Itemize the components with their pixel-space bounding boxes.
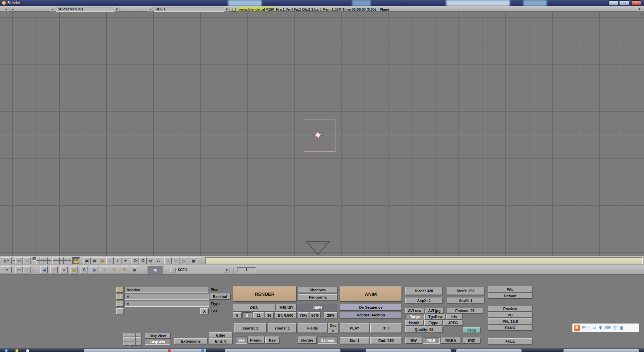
premul-button[interactable]: Premul [248, 337, 265, 344]
default-button[interactable]: Default [488, 293, 532, 299]
taskbar-app-icon[interactable] [201, 349, 204, 352]
render-preview-icon[interactable]: ▦ [190, 257, 197, 264]
realtime-buttons-icon[interactable]: ▫ [101, 266, 108, 273]
render-buttons-icon[interactable]: ▣ [148, 266, 163, 274]
home-icon[interactable]: ⌂ [23, 257, 31, 264]
backbuf-toggle-a[interactable] [116, 294, 120, 300]
xparts-field[interactable]: Xparts: 1 [234, 323, 266, 333]
scene-delete-button[interactable]: X [224, 7, 229, 12]
duplicate-icon[interactable]: ▤ [91, 257, 98, 264]
full-button[interactable]: FULL [488, 338, 532, 344]
osa-11-button[interactable]: 11 [253, 312, 264, 318]
pc-button[interactable]: PC [488, 312, 532, 318]
edit-buttons-icon[interactable]: ✎ [111, 266, 118, 273]
ime-logo-icon[interactable]: S [574, 325, 580, 331]
viewport-window-type-icon[interactable]: ⊞▾ [1, 257, 12, 264]
camera-object[interactable] [304, 239, 334, 257]
ime-toolbar[interactable]: S 中 ·, ☺ 🎙 ⌨ 👕 ▦ [572, 323, 639, 332]
lamp-buttons-icon[interactable]: ☀ [50, 266, 58, 273]
header-collapse-icon[interactable]: ◂▸ [11, 8, 14, 11]
bf-field[interactable]: Bf: 0.500 [275, 312, 297, 318]
taskbar-folder-icon[interactable] [26, 349, 29, 352]
ime-keyboard-icon[interactable]: ⌨ [605, 325, 610, 330]
preview-button[interactable]: Preview [488, 306, 532, 311]
rgb-button[interactable]: RGB [423, 338, 440, 344]
crop-button[interactable]: Crop [463, 327, 480, 333]
screen-delete-button[interactable]: X [114, 7, 119, 12]
home-icon[interactable]: ⌂ [23, 266, 31, 273]
osa-button[interactable]: OSA [233, 304, 275, 311]
taskbar-button[interactable] [225, 349, 340, 352]
taskbar-button[interactable] [456, 349, 522, 352]
taskbar-button[interactable] [564, 349, 639, 352]
sizex-field[interactable]: SizeX: 320 [405, 287, 443, 295]
snap-icon[interactable]: ⊕ [147, 257, 154, 264]
avi-raw-button[interactable]: AVI raw [405, 308, 424, 313]
render-daemon-button[interactable]: Render Daemon [340, 312, 402, 318]
edit-pencil-icon[interactable]: ✎ [172, 257, 179, 264]
render-button[interactable]: RENDER [233, 287, 297, 302]
size-50-button[interactable]: 50% [310, 312, 320, 318]
start-orb-icon[interactable] [5, 349, 8, 352]
menu-collapse-icon[interactable]: ◂▸ [13, 259, 15, 262]
taskbar-button[interactable] [84, 349, 206, 352]
pal-button[interactable]: PAL [488, 287, 532, 292]
area-merge-handle[interactable] [640, 13, 643, 16]
hamx-button[interactable]: HamX [405, 320, 423, 325]
cursor-3d[interactable] [314, 131, 322, 139]
help-icon[interactable]: ? [637, 7, 642, 12]
pics-path-field[interactable]: /render/ [124, 287, 208, 293]
odd-button[interactable]: Odd [328, 323, 338, 328]
frs-sec-field[interactable]: Frs/sec: 25 [447, 308, 483, 313]
scene-browse-button[interactable]: - [148, 7, 153, 12]
osa-16-button[interactable]: 16 [265, 312, 274, 318]
ftype-path-field[interactable]: // [124, 301, 209, 307]
play-button[interactable]: PLAY [340, 323, 369, 333]
shadows-button[interactable]: Shadows [298, 287, 337, 293]
backbuf-toggle-b[interactable] [120, 294, 124, 300]
yparts-field[interactable]: Yparts: 1 [268, 323, 297, 333]
fullscreen-icon[interactable]: ▭ [15, 266, 23, 273]
pics-toggle-button[interactable] [116, 287, 124, 293]
jpeg-button[interactable]: JPEG [443, 320, 463, 325]
ime-punctuation-icon[interactable]: ·, [588, 325, 590, 330]
ime-emoji-icon[interactable]: ☺ [592, 325, 596, 330]
lock-icon[interactable] [72, 257, 80, 264]
tgaraw-button[interactable]: TgaRaw [426, 314, 445, 319]
viewport-3d[interactable] [0, 12, 644, 256]
rgba-button[interactable]: RGBA [441, 338, 461, 344]
minimize-button[interactable]: – [608, 0, 619, 6]
aspx-field[interactable]: AspX: 1 [405, 298, 443, 303]
rotate-alt-icon[interactable]: Ω [139, 257, 147, 264]
screen-browse-button[interactable]: - [50, 7, 55, 12]
window-type-icon[interactable]: ⁞▾ [1, 7, 10, 12]
material-buttons-icon[interactable]: ● [60, 266, 68, 273]
layer-buttons-right[interactable] [52, 257, 71, 264]
gamma-button[interactable]: Gamma [318, 337, 337, 344]
iriz-button[interactable]: IRIZ [463, 338, 480, 344]
ftype-toggle-b[interactable] [120, 301, 124, 307]
header-scroll-strip[interactable] [205, 257, 643, 264]
taskbar-button[interactable] [366, 349, 451, 352]
ime-mic-icon[interactable]: 🎙 [599, 325, 603, 330]
backbuf-path-field[interactable]: // [124, 294, 209, 300]
rt-field[interactable]: rt: 0 [370, 323, 402, 333]
osa-8-button[interactable]: 8 [243, 312, 252, 318]
select-mode-icon[interactable]: ▣ [83, 257, 91, 264]
extensions-button[interactable]: Extensions [174, 338, 207, 344]
close-button[interactable]: ✕ [631, 0, 641, 6]
quality-field[interactable]: Quality: 95 [405, 326, 443, 332]
pal169-button[interactable]: PAL 16:9 [488, 318, 532, 324]
backbuf-button[interactable]: Backbuf [210, 294, 230, 300]
clipboard-icon[interactable]: ▦ [99, 257, 106, 264]
scene-name-field[interactable]: SCE:1 [176, 268, 224, 272]
ftype-format-button[interactable]: Ftype [424, 320, 442, 325]
ipo-buttons-icon[interactable]: S [80, 266, 88, 273]
sizey-field[interactable]: SizeY: 256 [447, 287, 484, 295]
targa-button[interactable]: Targa [405, 314, 425, 319]
mblur-button[interactable]: MBLUR [276, 304, 297, 311]
rotate-icon[interactable]: Ω [131, 257, 139, 264]
script-buttons-icon[interactable]: ▤ [131, 266, 138, 273]
sky-button[interactable]: Sky [236, 337, 247, 344]
set-clear-button[interactable]: X [200, 308, 209, 314]
